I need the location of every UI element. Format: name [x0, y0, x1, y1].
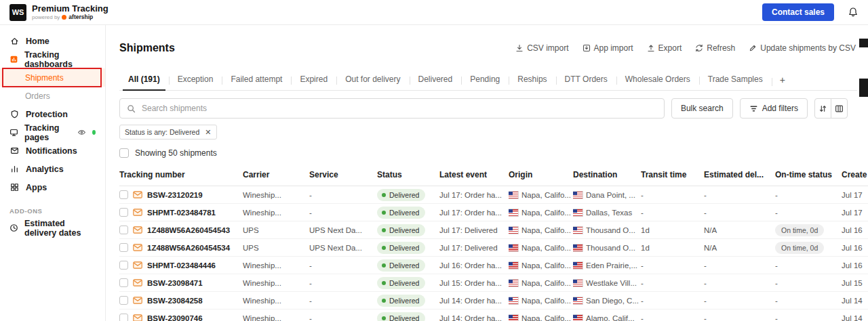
estimated-delivery-cell: -	[704, 191, 775, 199]
tracking-number[interactable]: 1Z488W56A260454543	[147, 226, 230, 234]
create-date-cell: Jul 17	[842, 209, 868, 217]
export-button[interactable]: Export	[647, 43, 682, 53]
us-flag-icon	[509, 297, 518, 304]
select-all-checkbox[interactable]	[119, 148, 129, 158]
add-tab-button[interactable]: +	[772, 72, 793, 90]
tab-expired[interactable]: Expired	[291, 70, 336, 90]
sidebar-item-notifications[interactable]: Notifications	[0, 142, 105, 160]
table-row[interactable]: BSW-23084258Wineship...-DeliveredJul 14:…	[119, 292, 868, 309]
filter-chip[interactable]: Status is any: Delivered ✕	[119, 125, 217, 140]
latest-event-cell: Jul 17: Delivered	[439, 226, 509, 234]
tracking-number[interactable]: BSW-23098471	[147, 279, 203, 287]
tracking-number[interactable]: SHPMT-023484446	[147, 261, 216, 270]
column-header-latest-event[interactable]: Latest event	[439, 170, 509, 179]
toolbar-label: Update shipments by CSV	[760, 43, 856, 53]
tracking-number[interactable]: BSW-23120219	[147, 191, 203, 199]
table-row[interactable]: SHPMT-023484781Wineship...-DeliveredJul …	[119, 204, 868, 221]
column-header-label: Status	[377, 170, 402, 179]
search-input[interactable]	[140, 103, 657, 114]
tab-out-for-delivery[interactable]: Out for delivery	[336, 70, 409, 90]
sidebar-item-shipments[interactable]: Shipments	[0, 68, 105, 87]
csv-import-button[interactable]: CSV import	[515, 43, 568, 53]
table-row[interactable]: BSW-23120219Wineship...-DeliveredJul 17:…	[119, 186, 868, 204]
row-checkbox[interactable]	[119, 243, 128, 252]
columns-button[interactable]	[831, 98, 848, 119]
update-shipments-by-csv-button[interactable]: Update shipments by CSV	[749, 43, 856, 53]
column-header-on-time-status: On-time status	[775, 170, 842, 179]
table-row[interactable]: SHPMT-023484446Wineship...-DeliveredJul …	[119, 257, 868, 274]
remove-filter-icon[interactable]: ✕	[205, 129, 211, 136]
tracking-number[interactable]: BSW-23084258	[147, 297, 203, 305]
row-checkbox[interactable]	[119, 190, 128, 199]
app-import-button[interactable]: App import	[583, 43, 633, 53]
row-checkbox[interactable]	[119, 226, 128, 234]
table-row[interactable]: BSW-23098471Wineship...-DeliveredJul 15:…	[119, 274, 868, 292]
tracking-number[interactable]: 1Z488W56A260454534	[147, 244, 230, 252]
edge-widget[interactable]	[859, 79, 868, 97]
tracking-number[interactable]: SHPMT-023484781	[147, 209, 216, 217]
us-flag-icon	[509, 192, 518, 198]
contact-sales-button[interactable]: Contact sales	[762, 3, 834, 21]
origin-cell-label: Napa, Califo...	[521, 244, 571, 252]
app-import-icon	[583, 44, 591, 52]
sidebar-item-label: Tracking dashboards	[24, 50, 96, 69]
tab-wholesale-orders[interactable]: Wholesale Orders	[616, 70, 699, 90]
tab-failed-attempt[interactable]: Failed attempt	[222, 70, 291, 90]
estimated-delivery-cell: N/A	[704, 226, 775, 234]
tab-trade-samples[interactable]: Trade Samples	[699, 70, 772, 90]
sidebar-item-apps[interactable]: Apps	[0, 178, 105, 196]
tracking-cell: SHPMT-023484446	[119, 261, 243, 270]
bulk-search-button[interactable]: Bulk search	[671, 98, 733, 119]
origin-cell: Napa, Califo...	[509, 279, 573, 287]
row-checkbox[interactable]	[119, 278, 128, 287]
on-time-cell: -	[775, 209, 842, 217]
create-date-cell: Jul 16	[842, 261, 868, 270]
origin-cell: Napa, Califo...	[509, 209, 573, 217]
sidebar-item-tracking-dashboards[interactable]: Tracking dashboards	[0, 50, 105, 68]
column-header-label: Carrier	[243, 170, 269, 179]
service-cell: -	[309, 279, 377, 287]
search-box[interactable]	[119, 98, 665, 119]
on-time-cell: -	[775, 297, 842, 305]
sidebar-addon-items: Estimated delivery dates	[0, 219, 105, 237]
create-date-cell: Jul 16	[842, 244, 868, 252]
refresh-button[interactable]: Refresh	[695, 43, 735, 53]
notification-bell-icon[interactable]	[848, 7, 859, 18]
row-checkbox[interactable]	[119, 296, 128, 305]
sidebar-item-label: Orders	[25, 91, 50, 101]
tab-pending[interactable]: Pending	[461, 70, 509, 90]
sidebar-item-home[interactable]: Home	[0, 32, 105, 50]
tab-reships[interactable]: Reships	[509, 70, 555, 90]
tracking-number[interactable]: BSW-23090746	[147, 314, 203, 321]
tab-dtt-orders[interactable]: DTT Orders	[556, 70, 616, 90]
column-header-service: Service	[309, 170, 377, 179]
sidebar-item-orders[interactable]: Orders	[0, 87, 105, 105]
edge-widget-top[interactable]	[859, 39, 868, 47]
sidebar-item-tracking-pages[interactable]: Tracking pages	[0, 123, 105, 142]
service-cell: -	[309, 261, 377, 270]
tab-delivered[interactable]: Delivered	[410, 70, 462, 90]
transit-time-cell: 1d	[641, 244, 704, 252]
status-label: Delivered	[389, 244, 419, 252]
row-checkbox[interactable]	[119, 261, 128, 270]
origin-cell: Napa, Califo...	[509, 314, 573, 321]
column-header-estimated-del[interactable]: Estimated del...	[704, 170, 775, 179]
row-checkbox[interactable]	[119, 208, 128, 217]
row-checkbox[interactable]	[119, 314, 128, 321]
table-row[interactable]: 1Z488W56A260454543UPSUPS Next Da...Deliv…	[119, 221, 868, 239]
column-header-tracking-number: Tracking number	[119, 170, 243, 179]
sort-button[interactable]	[814, 98, 831, 119]
add-filters-button[interactable]: Add filters	[740, 98, 808, 119]
latest-event-cell: Jul 14: Order ha...	[439, 297, 509, 305]
latest-event-cell: Jul 17: Order ha...	[439, 191, 509, 199]
tab-all-191[interactable]: All (191)	[119, 70, 169, 90]
sidebar-item-protection[interactable]: Protection	[0, 105, 105, 123]
app-window: WS Premium Tracking powered by aftership…	[0, 0, 868, 321]
sidebar-item-estimated-delivery-dates[interactable]: Estimated delivery dates	[0, 219, 105, 237]
table-row[interactable]: BSW-23090746Wineship...-DeliveredJul 14:…	[119, 309, 868, 321]
sidebar-item-analytics[interactable]: Analytics	[0, 160, 105, 178]
table-row[interactable]: 1Z488W56A260454534UPSUPS Next Da...Deliv…	[119, 239, 868, 257]
origin-cell-label: Napa, Califo...	[521, 209, 571, 217]
status-dot-icon	[382, 193, 386, 197]
tab-exception[interactable]: Exception	[169, 70, 222, 90]
